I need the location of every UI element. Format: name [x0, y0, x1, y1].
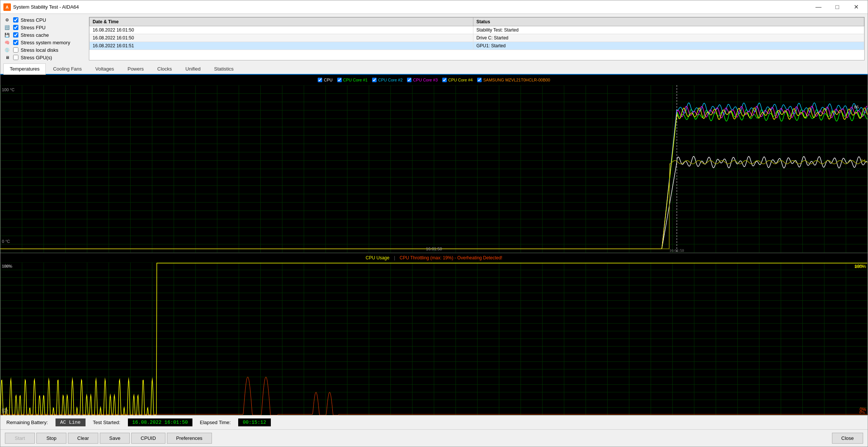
- tab-voltages[interactable]: Voltages: [89, 63, 120, 74]
- test-started-label: Test Started:: [93, 420, 120, 425]
- tabs-bar: TemperaturesCooling FansVoltagesPowersCl…: [0, 63, 868, 75]
- stress-item-stress-gpus: 🖥 Stress GPU(s): [3, 54, 86, 60]
- temp-legend-item: SAMSUNG MZVL21T0HCLR-00B00: [477, 78, 550, 82]
- log-row[interactable]: 16.08.2022 16:01:50Stability Test: Start…: [90, 26, 864, 34]
- temp-legend-checkbox[interactable]: [372, 78, 377, 82]
- main-window: A System Stability Test - AIDA64 — □ ✕ ⚙…: [0, 0, 868, 447]
- temp-y-max: 100 °C: [2, 87, 15, 92]
- stress-item-stress-cache: 💾 Stress cache: [3, 32, 86, 38]
- stress-checkbox-stress-fpu[interactable]: [13, 25, 18, 30]
- minimize-button[interactable]: —: [810, 2, 827, 12]
- log-row[interactable]: 16.08.2022 16:01:50Drive C: Started: [90, 34, 864, 42]
- status-bar: Remaining Battery: AC Line Test Started:…: [0, 415, 868, 429]
- log-status: Stability Test: Started: [473, 26, 864, 34]
- tab-statistics[interactable]: Statistics: [208, 63, 240, 74]
- cpu-throttling-label: CPU Throttling (max: 19%) - Overheating …: [399, 255, 502, 260]
- temp-legend-checkbox[interactable]: [318, 78, 322, 82]
- temp-legend-item: CPU Core #4: [442, 78, 473, 82]
- test-started-value: 16.08.2022 16:01:50: [128, 418, 192, 426]
- temp-legend-label: SAMSUNG MZVL21T0HCLR-00B00: [483, 78, 550, 82]
- log-datetime: 16.08.2022 16:01:50: [90, 26, 473, 34]
- log-status: GPU1: Started: [473, 42, 864, 50]
- cpuid-button[interactable]: CPUID: [131, 433, 165, 444]
- temp-legend-item: CPU Core #1: [337, 78, 368, 82]
- window-title: System Stability Test - AIDA64: [13, 4, 810, 10]
- temp-legend-checkbox[interactable]: [407, 78, 411, 82]
- log-datetime: 16.08.2022 16:01:50: [90, 34, 473, 42]
- cpu-y-max: 100%: [2, 264, 12, 268]
- cpu-usage-chart: CPU Usage | CPU Throttling (max: 19%) - …: [0, 253, 868, 415]
- stress-checkbox-stress-cpu[interactable]: [13, 17, 18, 23]
- temp-legend-label: CPU Core #3: [413, 78, 437, 82]
- app-icon: A: [3, 3, 11, 11]
- temp-y-min: 0 °C: [2, 239, 10, 244]
- cpu-chart-legend: CPU Usage | CPU Throttling (max: 19%) - …: [0, 253, 868, 262]
- stress-icon-stress-gpus: 🖥: [3, 54, 11, 60]
- stop-button[interactable]: Stop: [36, 433, 66, 444]
- cpu-canvas: [0, 262, 868, 415]
- log-status: Drive C: Started: [473, 34, 864, 42]
- stress-checkbox-stress-disks[interactable]: [13, 47, 18, 53]
- stress-item-stress-disks: 💿 Stress local disks: [3, 47, 86, 53]
- log-datetime: 16.08.2022 16:01:51: [90, 42, 473, 50]
- temp-legend-checkbox[interactable]: [477, 78, 482, 82]
- stress-label-stress-gpus: Stress GPU(s): [21, 55, 52, 60]
- temp-legend-item: CPU: [318, 78, 332, 82]
- elapsed-time-label: Elapsed Time:: [200, 420, 231, 425]
- stress-icon-stress-fpu: 🔢: [3, 24, 11, 30]
- title-bar: A System Stability Test - AIDA64 — □ ✕: [0, 0, 868, 14]
- temp-chart-legend: CPU CPU Core #1 CPU Core #2 CPU Core #3 …: [0, 75, 868, 85]
- tab-clocks[interactable]: Clocks: [151, 63, 178, 74]
- log-col-status: Status: [473, 18, 864, 26]
- stress-icon-stress-cpu: ⚙: [3, 17, 11, 23]
- cpu-y-min: 0%: [2, 408, 8, 412]
- stress-checkbox-stress-cache[interactable]: [13, 32, 18, 38]
- preferences-button[interactable]: Preferences: [167, 433, 212, 444]
- top-panel: ⚙ Stress CPU 🔢 Stress FPU 💾 Stress cache…: [0, 14, 868, 63]
- window-controls: — □ ✕: [810, 2, 865, 12]
- temperature-chart: CPU CPU Core #1 CPU Core #2 CPU Core #3 …: [0, 75, 868, 253]
- tab-cooling-fans[interactable]: Cooling Fans: [47, 63, 88, 74]
- temp-legend-item: CPU Core #3: [407, 78, 437, 82]
- stress-label-stress-disks: Stress local disks: [21, 47, 58, 53]
- temp-legend-checkbox[interactable]: [337, 78, 342, 82]
- stress-label-stress-cache: Stress cache: [21, 32, 49, 38]
- temp-legend-label: CPU: [324, 78, 332, 82]
- charts-area: CPU CPU Core #1 CPU Core #2 CPU Core #3 …: [0, 75, 868, 415]
- tab-temperatures[interactable]: Temperatures: [3, 63, 46, 75]
- stress-label-stress-memory: Stress system memory: [21, 40, 70, 45]
- temp-x-time: 16:01:50: [426, 247, 442, 251]
- toolbar: Start Stop Clear Save CPUID Preferences …: [0, 429, 868, 447]
- close-button[interactable]: Close: [832, 433, 863, 444]
- stress-label-stress-cpu: Stress CPU: [21, 17, 46, 23]
- stress-icon-stress-memory: 🧠: [3, 39, 11, 45]
- elapsed-time-value: 00:15:12: [238, 418, 270, 426]
- log-col-datetime: Date & Time: [90, 18, 473, 26]
- tab-unified[interactable]: Unified: [179, 63, 207, 74]
- log-row[interactable]: 16.08.2022 16:01:51GPU1: Started: [90, 42, 864, 50]
- cpu-usage-label: CPU Usage: [366, 255, 389, 260]
- stress-item-stress-cpu: ⚙ Stress CPU: [3, 17, 86, 23]
- stress-icon-stress-disks: 💿: [3, 47, 11, 53]
- stress-checkbox-stress-gpus[interactable]: [13, 55, 18, 60]
- stress-item-stress-memory: 🧠 Stress system memory: [3, 39, 86, 45]
- content-area: ⚙ Stress CPU 🔢 Stress FPU 💾 Stress cache…: [0, 14, 868, 447]
- save-button[interactable]: Save: [100, 433, 130, 444]
- start-button[interactable]: Start: [5, 433, 35, 444]
- clear-button[interactable]: Clear: [68, 433, 98, 444]
- temp-legend-checkbox[interactable]: [442, 78, 447, 82]
- stress-icon-stress-cache: 💾: [3, 32, 11, 38]
- stress-options-panel: ⚙ Stress CPU 🔢 Stress FPU 💾 Stress cache…: [3, 17, 86, 60]
- temp-legend-label: CPU Core #4: [448, 78, 473, 82]
- stress-checkbox-stress-memory[interactable]: [13, 40, 18, 45]
- close-window-button[interactable]: ✕: [847, 2, 865, 12]
- maximize-button[interactable]: □: [829, 2, 846, 12]
- tab-powers[interactable]: Powers: [121, 63, 150, 74]
- stress-item-stress-fpu: 🔢 Stress FPU: [3, 24, 86, 30]
- remaining-battery-label: Remaining Battery:: [6, 420, 48, 425]
- temp-legend-item: CPU Core #2: [372, 78, 402, 82]
- temperature-canvas: [0, 85, 868, 253]
- temp-legend-label: CPU Core #1: [343, 78, 368, 82]
- temp-legend-label: CPU Core #2: [378, 78, 402, 82]
- cpu-right-100: 100%: [854, 264, 866, 269]
